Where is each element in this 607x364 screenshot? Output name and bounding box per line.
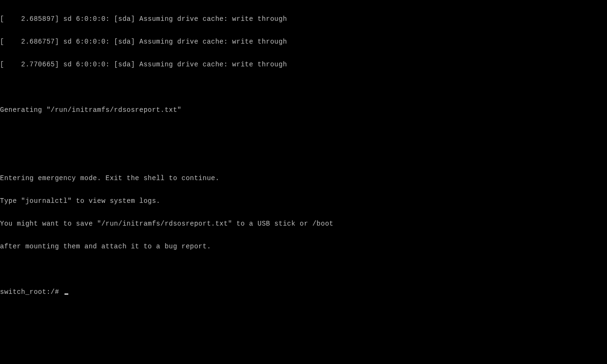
blank-line bbox=[0, 152, 607, 159]
emergency-mode-line: Entering emergency mode. Exit the shell … bbox=[0, 174, 607, 182]
kernel-log-line: [ 2.686757] sd 6:0:0:0: [sda] Assuming d… bbox=[0, 38, 607, 46]
cursor-icon bbox=[64, 293, 68, 295]
kernel-log-line: [ 2.685897] sd 6:0:0:0: [sda] Assuming d… bbox=[0, 15, 607, 23]
linux-console[interactable]: [ 2.685897] sd 6:0:0:0: [sda] Assuming d… bbox=[0, 0, 607, 303]
shell-prompt-line[interactable]: switch_root:/# bbox=[0, 288, 607, 296]
shell-prompt-text: switch_root:/# bbox=[0, 288, 64, 296]
emergency-mode-line: You might want to save "/run/initramfs/r… bbox=[0, 220, 607, 228]
blank-line bbox=[0, 129, 607, 136]
generating-report-line: Generating "/run/initramfs/rdsosreport.t… bbox=[0, 106, 607, 114]
emergency-mode-line: Type "journalctl" to view system logs. bbox=[0, 197, 607, 205]
kernel-log-line: [ 2.770665] sd 6:0:0:0: [sda] Assuming d… bbox=[0, 61, 607, 68]
emergency-mode-line: after mounting them and attach it to a b… bbox=[0, 243, 607, 250]
blank-line bbox=[0, 83, 607, 91]
blank-line bbox=[0, 265, 607, 273]
